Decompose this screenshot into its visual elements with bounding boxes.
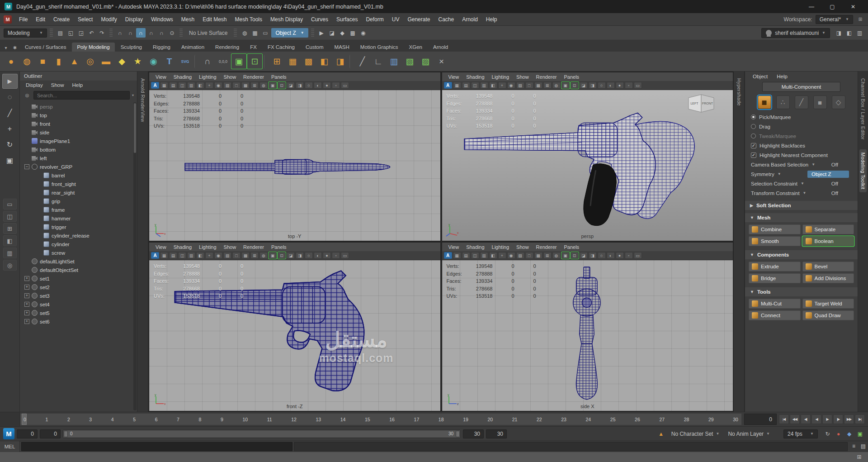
rotate-tool[interactable]: ↻ (2, 137, 18, 152)
viewport-menu[interactable]: Shading (462, 74, 488, 80)
menu-item[interactable]: Windows (147, 14, 177, 24)
star-primitive-icon[interactable]: ★ (130, 54, 145, 69)
object-mode-icon[interactable]: ▧ (402, 54, 417, 69)
viewport-toolbar-icon[interactable]: ▫ (625, 82, 633, 89)
script-editor-icon[interactable]: ≡ (849, 441, 859, 451)
outliner-item[interactable]: + set5 (20, 309, 137, 317)
shelf-tab[interactable]: Motion Graphics (355, 43, 403, 52)
frame-number[interactable]: 23 (561, 417, 566, 422)
viewport-toolbar-icon[interactable]: ◉ (507, 252, 515, 259)
frame-number[interactable]: 16 (389, 417, 395, 422)
outliner-item[interactable]: defaultLightSet (20, 257, 137, 266)
expander-icon[interactable] (36, 224, 41, 229)
frame-number[interactable]: 12 (291, 417, 297, 422)
menu-set-dropdown[interactable]: Modeling▼ (4, 29, 47, 38)
texture-view-icon[interactable]: ▩ (348, 28, 358, 38)
viewport-toolbar-icon[interactable]: ◐ (607, 252, 615, 259)
render-icon[interactable]: ▶ (317, 28, 326, 38)
viewport-menu[interactable]: Panels (560, 74, 583, 80)
viewport-toolbar-icon[interactable]: ◐ (607, 82, 615, 89)
live-surface-field[interactable]: No Live Surface (185, 30, 231, 36)
wireframe-on-shaded-icon[interactable]: ▣ (269, 82, 277, 89)
highlight-selection-icon[interactable]: ▭ (260, 28, 270, 38)
textured-display-icon[interactable]: ⊡ (278, 82, 286, 89)
shelf-tab[interactable]: Curves / Surfaces (20, 43, 71, 52)
menu-item[interactable]: Generate (403, 14, 434, 24)
expander-icon[interactable] (36, 242, 41, 247)
shelf-gear-icon[interactable]: ✱ (11, 43, 19, 52)
four-pane-layout-button[interactable]: ⊞ (3, 223, 17, 234)
outliner-item[interactable]: cylinder_release (20, 231, 137, 240)
user-account-dropdown[interactable]: sherif elsalamouni ▼ (761, 28, 830, 38)
viewport-toolbar-icon[interactable]: ○ (598, 252, 606, 259)
menu-item[interactable]: UV (388, 14, 404, 24)
menu-item[interactable]: Deform (362, 14, 387, 24)
viewport-toolbar-icon[interactable]: ◨ (296, 82, 304, 89)
menu-item[interactable]: Surfaces (332, 14, 362, 24)
textured-display-icon[interactable]: ⊡ (571, 82, 579, 89)
viewport-toolbar-icon[interactable]: ◍ (552, 82, 561, 89)
character-set-icon[interactable]: ▲ (656, 429, 666, 438)
viewport-toolbar-icon[interactable]: ◧ (489, 252, 497, 259)
grid-mesh-icon[interactable]: ▦ (285, 54, 300, 69)
viewport-toolbar-icon[interactable]: ▦ (160, 82, 168, 89)
shelf-tab[interactable]: XGen (404, 43, 427, 52)
workspace-gear-icon[interactable]: ⊞ (856, 15, 864, 24)
menu-item[interactable]: Mesh Display (266, 14, 307, 24)
tool-settings-toggle-icon[interactable]: ◧ (844, 28, 854, 38)
expander-icon[interactable] (36, 173, 41, 178)
construction-history-icon[interactable]: ◍ (240, 28, 249, 38)
viewport-toolbar-icon[interactable]: + (205, 82, 213, 89)
platonic-solid-icon[interactable]: ◆ (114, 54, 129, 69)
textured-display-icon[interactable]: ⊡ (278, 252, 286, 259)
poly-torus-icon[interactable]: ◎ (83, 54, 98, 69)
viewport-toolbar-icon[interactable]: ◫ (178, 252, 186, 259)
outliner-item[interactable]: + set4 (20, 300, 137, 309)
snap-magnet-icon[interactable]: ∩ (200, 54, 215, 69)
option-checkbox[interactable]: Highlight Backfaces (745, 141, 858, 150)
viewport-toolbar-icon[interactable]: ▥ (480, 82, 488, 89)
attribute-editor-toggle-icon[interactable]: ◨ (834, 28, 844, 38)
outliner-item[interactable]: + set3 (20, 291, 137, 300)
viewport-menu[interactable]: Renderer (240, 244, 268, 250)
viewport-toolbar-icon[interactable]: ◪ (580, 82, 588, 89)
tool-command-button[interactable]: Multi-Cut (749, 299, 801, 309)
mel-label[interactable]: MEL (0, 441, 20, 452)
outliner-item[interactable]: barrel (20, 171, 137, 180)
mesh-command-button[interactable]: Boolean (802, 236, 854, 246)
arnold-renderview-tab[interactable]: Arnold RenderView (139, 75, 146, 125)
snap-point-icon[interactable]: ∩ (136, 28, 146, 38)
viewport-toolbar-icon[interactable]: ▦ (453, 252, 461, 259)
viewport-toolbar-icon[interactable]: □ (232, 252, 241, 259)
range-handle-right[interactable] (456, 431, 460, 437)
frame-number[interactable]: 18 (439, 417, 444, 422)
snap-projected-center-icon[interactable]: ∩ (146, 28, 156, 38)
expander-icon[interactable] (24, 104, 29, 109)
outliner-item[interactable]: top (20, 111, 137, 119)
viewport-toolbar-icon[interactable]: ◨ (589, 82, 597, 89)
frame-number[interactable]: 27 (659, 417, 665, 422)
expander-icon[interactable] (36, 181, 41, 186)
sidebar-tab[interactable]: Modeling Toolkit (859, 149, 867, 193)
step-back-key-button[interactable]: ◀◀ (790, 414, 800, 424)
status-separator[interactable] (179, 29, 183, 38)
viewport-menu[interactable]: Lighting (488, 74, 513, 80)
time-slider-track[interactable]: 0123456789101112131415161718192021222324… (20, 413, 742, 425)
outliner-item[interactable]: left (20, 154, 137, 162)
range-slider[interactable]: 0 30 (63, 430, 461, 438)
viewport-toolbar-icon[interactable]: ▧ (223, 82, 231, 89)
playback-end-field[interactable]: 30 (486, 429, 507, 438)
viewport-menu[interactable]: Lighting (488, 244, 513, 250)
viewport-menu[interactable]: Shading (170, 74, 195, 80)
shelf-tab[interactable]: Animation (176, 43, 209, 52)
tools-section-header[interactable]: ▼ Tools (745, 287, 858, 296)
frame-number[interactable]: 4 (111, 417, 114, 422)
expander-icon[interactable] (24, 130, 29, 135)
selection-mode-radio[interactable]: Drag (745, 122, 858, 131)
type-tool-icon[interactable]: T (162, 54, 177, 69)
outliner-item[interactable]: trigger (20, 223, 137, 231)
mesh-command-button[interactable]: Combine (749, 224, 801, 234)
frame-number[interactable]: 30 (733, 417, 738, 422)
expander-icon[interactable]: + (24, 302, 29, 307)
viewport-toolbar-icon[interactable]: ◫ (178, 82, 186, 89)
